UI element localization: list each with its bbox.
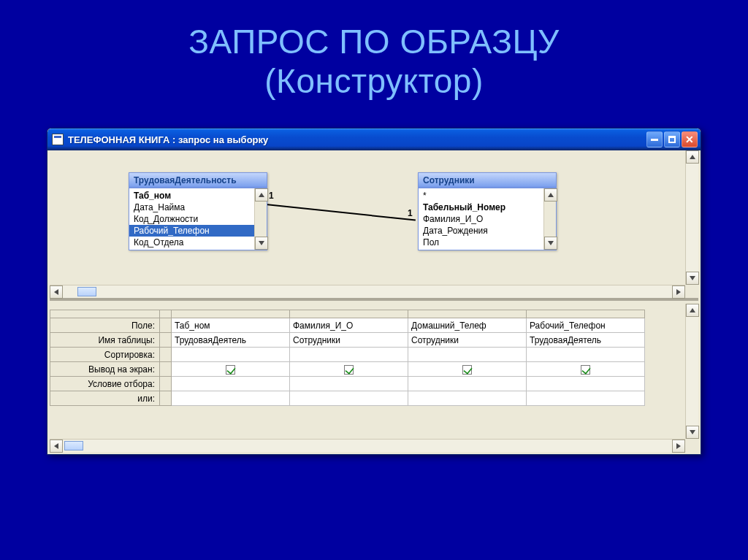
column-header[interactable] xyxy=(290,310,408,318)
scroll-corner xyxy=(685,285,698,298)
show-checkbox[interactable] xyxy=(344,365,354,375)
tables-canvas[interactable]: 1 1 ТрудоваяДеятельность Таб_номДата_Най… xyxy=(50,150,685,285)
close-button[interactable]: ✕ xyxy=(682,131,698,147)
grid-cell[interactable] xyxy=(172,377,290,391)
row-selector[interactable] xyxy=(160,333,172,348)
grid-cell[interactable]: Сотрудники xyxy=(408,333,527,348)
table-box-left[interactable]: ТрудоваяДеятельность Таб_номДата_НаймаКо… xyxy=(129,172,267,250)
row-selector[interactable] xyxy=(160,377,172,391)
grid-cell[interactable] xyxy=(408,391,527,406)
column-header[interactable] xyxy=(527,310,645,318)
show-checkbox[interactable] xyxy=(226,365,235,375)
scroll-up-icon[interactable] xyxy=(686,150,699,164)
grid-cell[interactable] xyxy=(172,362,290,377)
show-checkbox[interactable] xyxy=(462,365,472,375)
grid-cell[interactable] xyxy=(527,377,645,391)
minimize-button[interactable] xyxy=(646,131,663,147)
grid-vertical-scrollbar[interactable] xyxy=(685,304,698,439)
grid-cell[interactable] xyxy=(290,348,408,362)
relationship-line[interactable] xyxy=(266,204,416,221)
column-header[interactable] xyxy=(172,310,290,318)
scroll-thumb[interactable] xyxy=(77,287,96,296)
window-title: ТЕЛЕФОННАЯ КНИГА : запрос на выборку xyxy=(68,134,646,145)
design-vertical-scrollbar[interactable] xyxy=(685,150,698,285)
grid-row-label: или: xyxy=(50,391,160,406)
grid-cell[interactable] xyxy=(408,362,527,377)
grid-cell[interactable]: Рабочий_Телефон xyxy=(527,318,645,333)
row-selector[interactable] xyxy=(160,348,172,362)
grid-row-label: Имя таблицы: xyxy=(50,333,160,348)
field-item[interactable]: Код_Должности xyxy=(129,213,254,225)
slide-title-line2: (Конструктор) xyxy=(0,61,748,101)
field-item[interactable]: Код_Отдела xyxy=(129,237,254,248)
query-window-icon xyxy=(52,134,64,145)
scroll-down-icon[interactable] xyxy=(255,237,268,250)
scroll-thumb[interactable] xyxy=(64,441,83,450)
grid-cell[interactable] xyxy=(527,348,645,362)
table-title-left[interactable]: ТрудоваяДеятельность xyxy=(129,173,267,188)
design-horizontal-scrollbar[interactable] xyxy=(50,285,685,298)
scroll-left-icon[interactable] xyxy=(50,440,63,453)
grid-horizontal-scrollbar[interactable] xyxy=(50,439,685,452)
relationship-left-cardinality: 1 xyxy=(269,191,274,201)
query-grid[interactable]: Поле:Таб_номФамилия_И_ОДомашний_ТелефРаб… xyxy=(50,310,685,406)
row-selector[interactable] xyxy=(160,362,172,377)
field-list-left[interactable]: Таб_номДата_НаймаКод_ДолжностиРабочий_Те… xyxy=(129,188,254,250)
field-item[interactable]: Таб_ном xyxy=(129,190,254,202)
scroll-down-icon[interactable] xyxy=(544,237,557,250)
slide-title: ЗАПРОС ПО ОБРАЗЦУ (Конструктор) xyxy=(0,0,748,101)
slide-title-line1: ЗАПРОС ПО ОБРАЗЦУ xyxy=(0,22,748,61)
scroll-up-icon[interactable] xyxy=(255,188,268,202)
field-list-right[interactable]: *Табельный_НомерФамилия_И_ОДата_Рождения… xyxy=(419,188,543,250)
grid-cell[interactable] xyxy=(290,362,408,377)
field-item[interactable]: Пол xyxy=(419,237,543,248)
client-area: 1 1 ТрудоваяДеятельность Таб_номДата_Най… xyxy=(50,150,698,452)
grid-cell[interactable]: ТрудоваяДеятель xyxy=(527,333,645,348)
grid-cell[interactable] xyxy=(408,348,527,362)
grid-cell[interactable]: Сотрудники xyxy=(290,333,408,348)
row-selector[interactable] xyxy=(160,318,172,333)
grid-cell[interactable]: ТрудоваяДеятель xyxy=(172,333,290,348)
scroll-up-icon[interactable] xyxy=(686,304,699,317)
field-scrollbar-right[interactable] xyxy=(543,188,556,250)
field-scrollbar-left[interactable] xyxy=(254,188,267,250)
grid-cell[interactable] xyxy=(290,391,408,406)
grid-cell[interactable] xyxy=(527,362,645,377)
grid-cell[interactable] xyxy=(527,391,645,406)
field-item[interactable]: Рабочий_Телефон xyxy=(129,225,254,237)
grid-cell[interactable] xyxy=(408,377,527,391)
field-item[interactable]: Дата_Рождения xyxy=(419,225,543,237)
grid-cell[interactable]: Домашний_Телеф xyxy=(408,318,527,333)
grid-cell[interactable] xyxy=(172,348,290,362)
table-title-right[interactable]: Сотрудники xyxy=(419,173,556,188)
relationship-right-cardinality: 1 xyxy=(408,208,413,218)
grid-cell[interactable] xyxy=(172,391,290,406)
qbe-grid-pane: Поле:Таб_номФамилия_И_ОДомашний_ТелефРаб… xyxy=(50,304,698,452)
table-box-right[interactable]: Сотрудники *Табельный_НомерФамилия_И_ОДа… xyxy=(418,172,557,250)
scroll-down-icon[interactable] xyxy=(686,272,699,285)
field-item[interactable]: Фамилия_И_О xyxy=(419,213,543,225)
grid-row-label: Поле: xyxy=(50,318,160,333)
field-item[interactable]: Табельный_Номер xyxy=(419,202,543,213)
grid-cell[interactable]: Таб_ном xyxy=(172,318,290,333)
scroll-right-icon[interactable] xyxy=(672,285,685,299)
scroll-up-icon[interactable] xyxy=(544,188,557,202)
scroll-down-icon[interactable] xyxy=(686,426,699,439)
maximize-button[interactable] xyxy=(664,131,680,147)
row-selector[interactable] xyxy=(160,391,172,406)
grid-cell[interactable] xyxy=(290,377,408,391)
field-item[interactable]: * xyxy=(419,190,543,202)
show-checkbox[interactable] xyxy=(581,365,590,375)
column-header[interactable] xyxy=(408,310,527,318)
scroll-right-icon[interactable] xyxy=(672,440,685,453)
tables-pane: 1 1 ТрудоваяДеятельность Таб_номДата_Най… xyxy=(50,150,698,301)
field-item[interactable]: Дата_Найма xyxy=(129,202,254,213)
scroll-corner xyxy=(685,439,698,452)
grid-row-label: Сортировка: xyxy=(50,348,160,362)
grid-cell[interactable]: Фамилия_И_О xyxy=(290,318,408,333)
window-controls: ✕ xyxy=(646,131,698,147)
scroll-left-icon[interactable] xyxy=(50,285,63,299)
grid-row-label: Условие отбора: xyxy=(50,377,160,391)
titlebar[interactable]: ТЕЛЕФОННАЯ КНИГА : запрос на выборку ✕ xyxy=(47,129,701,150)
query-designer-window: ТЕЛЕФОННАЯ КНИГА : запрос на выборку ✕ 1… xyxy=(47,128,701,455)
